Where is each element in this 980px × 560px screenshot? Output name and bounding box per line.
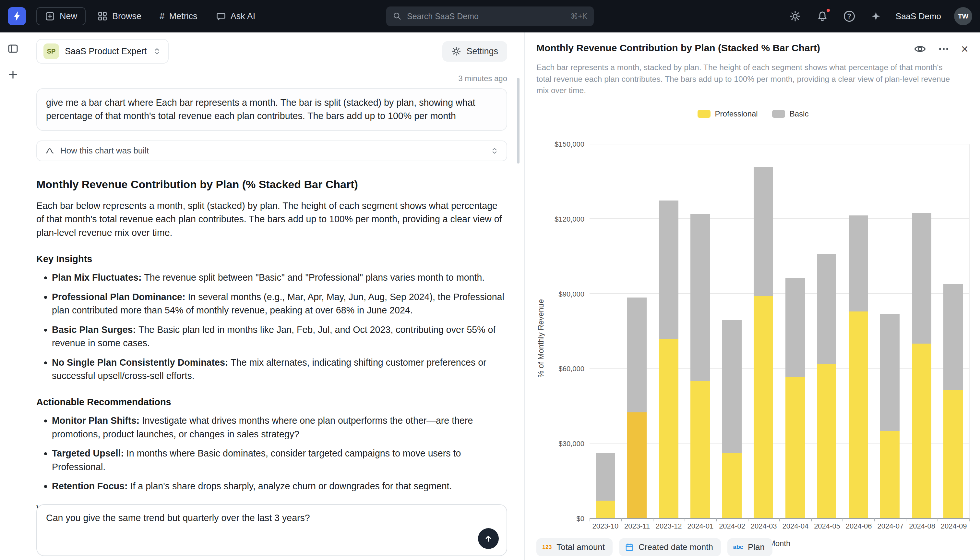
- gear-icon: [789, 10, 801, 22]
- agent-settings-button[interactable]: Settings: [442, 41, 507, 62]
- x-tick-label: 2023-12: [656, 522, 682, 530]
- field-pills: 123 Total amount Created date month abc …: [537, 538, 772, 556]
- x-tickmark: [716, 518, 717, 522]
- segment-basic: [722, 320, 742, 453]
- legend-swatch-basic: [772, 110, 785, 118]
- x-tickmark: [748, 518, 749, 522]
- y-axis-labels: $0$30,000$60,000$90,000$120,000$150,000: [547, 144, 590, 519]
- selector-chevrons-icon: [153, 46, 161, 57]
- x-tick-label: 2024-09: [941, 522, 967, 530]
- how-chart-built-toggle[interactable]: How this chart was built: [37, 140, 507, 161]
- segment-basic: [849, 215, 868, 312]
- sparkles-icon: [870, 11, 881, 22]
- bullet-item: Plan Mix Fluctuates: The revenue split b…: [52, 271, 507, 284]
- browse-button[interactable]: Browse: [91, 7, 148, 25]
- selector-chevrons-icon: [490, 146, 499, 156]
- y-tick-label: $150,000: [555, 140, 585, 148]
- stacked-bar-chart: % of Monthly Revenue $0$30,000$60,000$90…: [537, 144, 970, 532]
- x-tickmark: [621, 518, 622, 522]
- bar-2024-06[interactable]: [849, 144, 868, 518]
- chat-scrollbar[interactable]: [517, 78, 520, 163]
- chart-title: Monthly Revenue Contribution by Plan (St…: [537, 42, 905, 54]
- field-pill-total-amount[interactable]: 123 Total amount: [537, 538, 613, 556]
- global-search[interactable]: Search SaaS Demo ⌘+K: [386, 7, 594, 26]
- field-pill-created-date-month[interactable]: Created date month: [619, 538, 721, 556]
- bar-2023-12[interactable]: [659, 144, 678, 518]
- agent-selector[interactable]: SP SaaS Product Expert: [37, 39, 169, 63]
- chat-input[interactable]: Can you give the same trend but quarterl…: [37, 505, 507, 536]
- close-panel-button[interactable]: ×: [960, 42, 970, 57]
- segment-professional: [912, 343, 931, 518]
- bar-2024-03[interactable]: [754, 144, 773, 518]
- bar-2024-04[interactable]: [786, 144, 805, 518]
- chat-bubble-icon: [216, 11, 226, 22]
- bar-2023-10[interactable]: [596, 144, 615, 518]
- new-button[interactable]: New: [37, 7, 86, 25]
- x-tickmark: [906, 518, 906, 522]
- segment-professional: [817, 364, 836, 518]
- ai-sparkles-button[interactable]: [869, 9, 883, 23]
- view-toggle-button[interactable]: [912, 42, 927, 57]
- field-pill-plan[interactable]: abc Plan: [728, 538, 772, 556]
- message-timestamp: 3 minutes ago: [37, 74, 507, 83]
- bar-2024-07[interactable]: [880, 144, 900, 518]
- x-tickmark: [937, 518, 938, 522]
- legend-label-professional: Professional: [715, 109, 758, 118]
- project-switcher[interactable]: SaaS Demo: [896, 12, 941, 22]
- new-thread-button[interactable]: [6, 67, 20, 82]
- pill-label: Plan: [748, 542, 765, 552]
- search-icon: [393, 12, 402, 21]
- help-icon: ?: [844, 11, 855, 22]
- bullet-item: Professional Plan Dominance: In several …: [52, 290, 507, 317]
- bar-2023-11[interactable]: [627, 144, 647, 518]
- segment-basic: [786, 278, 805, 377]
- y-tick-label: $90,000: [558, 290, 585, 298]
- app-window: New Browse # Metrics Ask AI Search SaaS …: [0, 0, 980, 560]
- lightning-icon: [11, 10, 23, 22]
- legend-item-basic[interactable]: Basic: [772, 109, 809, 118]
- eye-icon: [914, 43, 926, 55]
- legend-item-professional[interactable]: Professional: [698, 109, 758, 118]
- more-menu-button[interactable]: [938, 47, 950, 51]
- how-built-label: How this chart was built: [60, 146, 149, 156]
- bar-2024-02[interactable]: [722, 144, 742, 518]
- metrics-button-label: Metrics: [169, 12, 198, 22]
- browse-button-label: Browse: [112, 12, 141, 22]
- curve-icon: [45, 146, 55, 156]
- sidebar-toggle-button[interactable]: [6, 42, 20, 56]
- chart-legend: Professional Basic: [537, 109, 970, 118]
- segment-basic: [817, 254, 836, 364]
- bullet-item: Monitor Plan Shifts: Investigate what dr…: [52, 414, 507, 441]
- bar-2024-08[interactable]: [912, 144, 931, 518]
- segment-basic: [596, 453, 615, 501]
- help-button[interactable]: ?: [842, 9, 856, 23]
- recommendations-list: Monitor Plan Shifts: Investigate what dr…: [37, 414, 507, 493]
- bullet-item: Targeted Upsell: In months where Basic d…: [52, 447, 507, 474]
- bar-2024-01[interactable]: [690, 144, 710, 518]
- segment-professional: [943, 390, 963, 518]
- user-avatar[interactable]: TW: [954, 7, 972, 25]
- pill-label: Total amount: [556, 542, 605, 552]
- notifications-button[interactable]: [815, 9, 829, 23]
- key-insights-list: Plan Mix Fluctuates: The revenue split b…: [37, 271, 507, 383]
- x-tick-label: 2024-02: [719, 522, 745, 530]
- chat-input-box: Can you give the same trend but quarterl…: [37, 504, 507, 556]
- bar-2024-05[interactable]: [817, 144, 836, 518]
- segment-basic: [627, 298, 647, 412]
- app-logo[interactable]: [8, 7, 26, 25]
- metric-123-icon: 123: [542, 544, 552, 551]
- dimension-abc-icon: abc: [733, 544, 743, 551]
- segment-basic: [943, 284, 963, 390]
- response-title: Monthly Revenue Contribution by Plan (% …: [37, 178, 507, 191]
- sidebar-icon: [7, 43, 19, 55]
- bar-2024-09[interactable]: [943, 144, 963, 518]
- segment-basic: [659, 200, 678, 339]
- send-button[interactable]: [478, 528, 499, 549]
- section-heading-recommendations: Actionable Recommendations: [37, 397, 507, 408]
- metrics-button[interactable]: # Metrics: [153, 7, 204, 25]
- segment-basic: [754, 167, 773, 296]
- segment-professional: [722, 453, 742, 518]
- ask-ai-button[interactable]: Ask AI: [209, 7, 262, 25]
- settings-nav-button[interactable]: [788, 9, 802, 23]
- agent-name: SaaS Product Expert: [65, 47, 146, 57]
